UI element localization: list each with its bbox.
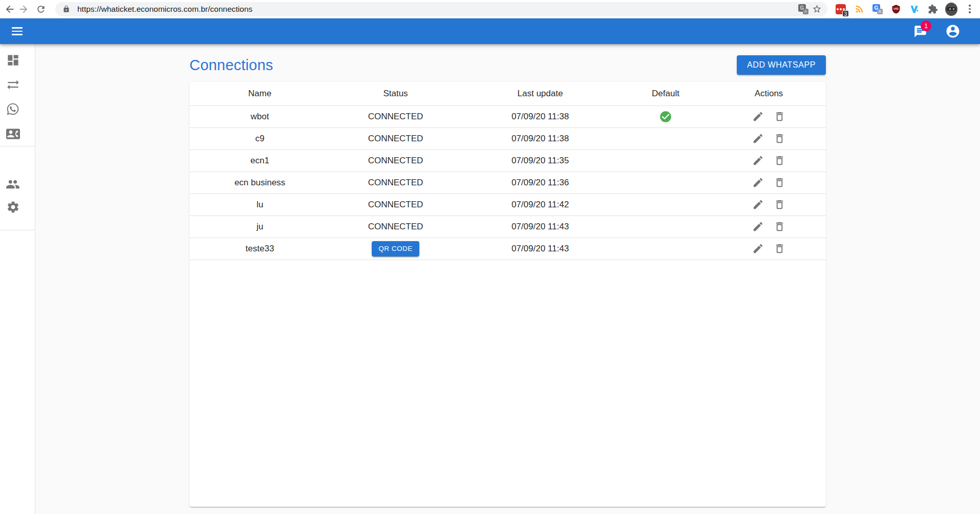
account-circle-icon [945, 24, 961, 39]
cell-status: CONNECTED [330, 127, 461, 149]
cell-actions [712, 105, 826, 127]
connections-swap-icon [6, 78, 20, 92]
edit-pencil-icon [752, 243, 764, 254]
status-text: CONNECTED [368, 200, 423, 209]
status-text: CONNECTED [368, 222, 423, 231]
delete-connection-button[interactable] [770, 177, 789, 188]
translate-icon[interactable]: GA [797, 3, 810, 16]
trash-icon [774, 199, 785, 210]
cell-default [620, 149, 712, 172]
refresh-icon [36, 4, 46, 14]
url-text[interactable]: https://whaticket.economicros.com.br/con… [77, 5, 797, 14]
cell-actions [712, 172, 826, 194]
cell-default [620, 105, 712, 127]
delete-connection-button[interactable] [770, 199, 789, 210]
bookmark-star-icon[interactable] [810, 3, 823, 16]
browser-back-button[interactable] [4, 3, 16, 15]
sidebar-item-settings[interactable] [1, 195, 25, 219]
svg-text:UO: UO [893, 7, 899, 10]
edit-pencil-icon [752, 111, 764, 122]
sidebar-item-users[interactable] [1, 172, 25, 197]
browser-forward-button[interactable] [17, 3, 30, 15]
header-last-update: Last update [461, 82, 620, 105]
cell-default [620, 194, 712, 216]
delete-connection-button[interactable] [770, 243, 789, 254]
edit-pencil-icon [752, 221, 764, 232]
cell-actions [712, 216, 826, 238]
sidebar-nav [0, 44, 35, 514]
table-row: teste33 QR CODE 07/09/20 11:43 [189, 238, 826, 260]
cell-default [620, 127, 712, 149]
edit-connection-button[interactable] [749, 243, 768, 254]
add-whatsapp-button[interactable]: ADD WHATSAPP [737, 55, 826, 75]
sidebar-item-dashboard[interactable] [1, 48, 25, 72]
cell-status: CONNECTED [330, 172, 461, 194]
trash-icon [774, 111, 785, 122]
extensions-area: 3 GA UO [835, 3, 976, 15]
cell-name: wbot [189, 105, 330, 127]
header-status: Status [330, 82, 461, 105]
delete-connection-button[interactable] [770, 111, 789, 122]
cell-name: c9 [189, 127, 330, 149]
connections-card: Name Status Last update Default Actions … [189, 82, 826, 507]
status-text: CONNECTED [368, 178, 423, 187]
sidebar-divider-bottom [0, 230, 35, 230]
browser-profile-avatar[interactable] [945, 3, 957, 15]
rss-icon[interactable] [853, 3, 865, 15]
dashboard-icon [6, 53, 20, 67]
cell-default [620, 216, 712, 238]
ublock-shield-icon[interactable]: UO [890, 3, 902, 15]
notifications-button[interactable]: 1 [909, 20, 931, 42]
status-text: CONNECTED [368, 156, 423, 165]
table-row: ecn business CONNECTED 07/09/20 11:36 [189, 172, 826, 194]
trash-icon [774, 155, 785, 166]
cell-name: lu [189, 194, 330, 216]
edit-pencil-icon [752, 155, 764, 166]
edit-connection-button[interactable] [749, 177, 768, 188]
table-header-row: Name Status Last update Default Actions [189, 82, 826, 105]
cell-actions [712, 194, 826, 216]
edit-pencil-icon [752, 133, 764, 144]
qr-code-button[interactable]: QR CODE [372, 241, 419, 256]
hamburger-menu-button[interactable] [7, 21, 27, 41]
cell-name: ju [189, 216, 330, 238]
cell-last-update: 07/09/20 11:38 [461, 105, 620, 127]
trash-icon [774, 133, 785, 144]
edit-connection-button[interactable] [749, 199, 768, 210]
edit-connection-button[interactable] [749, 111, 768, 122]
status-text: CONNECTED [368, 112, 423, 121]
browser-refresh-button[interactable] [35, 3, 47, 15]
table-row: lu CONNECTED 07/09/20 11:42 [189, 194, 826, 216]
cell-status: QR CODE [330, 238, 461, 260]
lock-icon[interactable] [59, 3, 73, 16]
delete-connection-button[interactable] [770, 133, 789, 144]
address-bar[interactable]: https://whaticket.economicros.com.br/con… [55, 2, 827, 16]
page-title: Connections [189, 57, 273, 74]
delete-connection-button[interactable] [770, 155, 789, 166]
cell-status: CONNECTED [330, 216, 461, 238]
edit-pencil-icon [752, 199, 764, 210]
sidebar-item-contacts[interactable] [1, 121, 25, 146]
connections-table: Name Status Last update Default Actions … [189, 82, 826, 260]
cell-actions [712, 238, 826, 260]
edit-connection-button[interactable] [749, 221, 768, 232]
sidebar-item-connections[interactable] [1, 72, 25, 97]
account-button[interactable] [942, 20, 964, 42]
page-header: Connections ADD WHATSAPP [189, 55, 826, 75]
cell-status: CONNECTED [330, 149, 461, 172]
video-downloader-icon[interactable] [908, 3, 921, 15]
edit-connection-button[interactable] [749, 155, 768, 166]
browser-toolbar: https://whaticket.economicros.com.br/con… [0, 0, 980, 18]
sidebar-item-tickets[interactable] [1, 97, 25, 121]
cell-last-update: 07/09/20 11:36 [461, 172, 620, 194]
edit-connection-button[interactable] [749, 133, 768, 144]
browser-menu-kebab-icon[interactable] [964, 3, 976, 15]
cell-name: ecn1 [189, 149, 330, 172]
translate-extension-icon[interactable]: GA [871, 3, 884, 15]
contacts-icon [6, 127, 20, 141]
extension-red-icon[interactable]: 3 [835, 3, 847, 15]
extensions-puzzle-icon[interactable] [927, 3, 939, 15]
delete-connection-button[interactable] [770, 221, 789, 232]
settings-gear-icon [6, 200, 20, 214]
whatsapp-icon [6, 102, 19, 116]
